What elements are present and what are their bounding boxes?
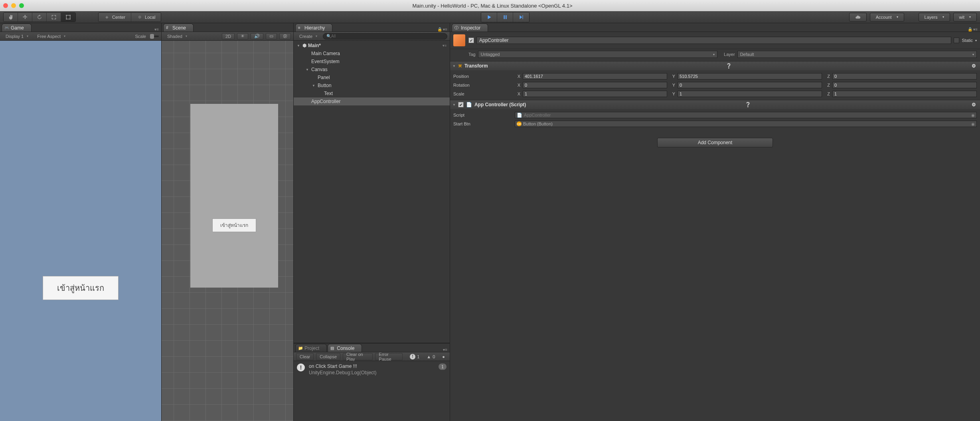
hierarchy-item[interactable]: EventSystem	[294, 58, 450, 66]
foldout-icon[interactable]: ▼	[312, 84, 316, 87]
error-count[interactable]: ●	[440, 354, 447, 359]
close-window-button[interactable]	[3, 3, 8, 8]
hierarchy-item[interactable]: Panel	[294, 73, 450, 81]
inspector-tab[interactable]: ⓘInspector	[452, 24, 488, 32]
layers-dropdown[interactable]: Layers▾	[919, 13, 950, 22]
scene-start-button[interactable]: เข้าสู่หน้าแรก	[212, 218, 256, 232]
startbtn-field[interactable]: OKButton (Button)◉	[515, 121, 977, 127]
minimize-window-button[interactable]	[11, 3, 16, 8]
rotation-x-field[interactable]: 0	[523, 82, 667, 88]
static-dropdown[interactable]: ▾	[975, 39, 977, 42]
rotation-y-field[interactable]: 0	[678, 82, 822, 88]
gameobject-enabled-checkbox[interactable]: ✔	[468, 38, 474, 43]
x-label: X	[515, 74, 520, 79]
object-picker-icon[interactable]: ◉	[971, 122, 975, 126]
position-x-field[interactable]: 401.1617	[523, 73, 667, 79]
cloud-button[interactable]	[849, 13, 867, 22]
toggle-2d[interactable]: 2D	[222, 33, 235, 40]
project-tab[interactable]: 📁Project	[295, 344, 327, 352]
scene-viewport[interactable]: เข้าสู่หน้าแรก	[162, 41, 293, 421]
create-dropdown[interactable]: Create	[296, 34, 320, 39]
inspector-tab-menu[interactable]: 🔒 ▾≡	[965, 27, 980, 32]
tag-dropdown[interactable]: Untagged▾	[478, 51, 717, 58]
toggle-audio[interactable]: 🔊	[251, 33, 263, 40]
hand-tool[interactable]	[4, 13, 18, 22]
toggle-fx[interactable]: ▭	[266, 33, 277, 40]
toggle-light[interactable]: ☀	[237, 33, 248, 40]
gameobject-name-field[interactable]: AppController	[476, 37, 951, 44]
space-toggle[interactable]: ⊕Local	[131, 13, 161, 22]
script-component-header[interactable]: ▼ ✔ 📄 App Controller (Script) ❔ ⚙	[450, 100, 980, 109]
object-picker-icon[interactable]: ◉	[971, 113, 975, 117]
game-tab[interactable]: 🎮Game	[2, 24, 32, 32]
scale-z-field[interactable]: 1	[832, 91, 977, 97]
scene-root-row[interactable]: ▼ ⬢ Main* ▾≡	[294, 42, 450, 50]
hierarchy-search[interactable]: 🔍All	[323, 33, 447, 40]
foldout-icon[interactable]: ▼	[297, 44, 301, 48]
shading-dropdown[interactable]: Shaded	[164, 34, 190, 39]
console-tab-menu[interactable]: ▾≡	[441, 348, 450, 352]
move-tool[interactable]	[18, 13, 32, 22]
step-button[interactable]	[513, 12, 529, 22]
scene-tab[interactable]: #Scene	[163, 24, 194, 32]
warn-count[interactable]: ▲0	[424, 354, 437, 359]
script-enabled-checkbox[interactable]: ✔	[458, 102, 464, 107]
play-button[interactable]	[481, 12, 497, 22]
gear-icon[interactable]: ⚙	[970, 102, 978, 107]
help-icon[interactable]: ❔	[724, 63, 733, 69]
foldout-icon[interactable]: ▼	[306, 68, 310, 71]
foldout-icon[interactable]: ▼	[452, 64, 456, 68]
game-viewport[interactable]: เข้าสู่หน้าแรก	[0, 41, 161, 421]
hierarchy-item[interactable]: Text	[294, 89, 450, 97]
maximize-window-button[interactable]	[19, 3, 24, 8]
hierarchy-tab-label: Hierarchy	[304, 25, 325, 31]
clear-button[interactable]: Clear	[296, 353, 314, 360]
scene-row-menu[interactable]: ▾≡	[443, 44, 450, 48]
help-icon[interactable]: ❔	[743, 102, 753, 107]
position-y-field[interactable]: 510.5725	[678, 73, 822, 79]
gear-icon[interactable]: ⚙	[970, 63, 978, 69]
clear-label: Clear	[300, 354, 310, 359]
aspect-dropdown[interactable]: Free Aspect	[34, 34, 132, 39]
static-checkbox[interactable]	[954, 38, 959, 43]
hierarchy-item[interactable]: AppController	[294, 97, 450, 105]
log-entry[interactable]: ! on Click Start Game !!! UnityEngine.De…	[294, 361, 450, 378]
layer-dropdown[interactable]: Default▾	[737, 51, 977, 58]
pivot-toggle[interactable]: ◈Center	[99, 13, 131, 22]
rotate-tool[interactable]	[32, 13, 47, 22]
game-tab-menu[interactable]: ▾≡	[152, 27, 161, 32]
layout-dropdown[interactable]: wit▾	[953, 13, 977, 22]
account-label: Account	[876, 15, 892, 20]
scale-tool[interactable]	[47, 13, 61, 22]
hierarchy-item-label: Button	[318, 83, 332, 88]
scale-y-field[interactable]: 1	[678, 91, 822, 97]
hierarchy-item[interactable]: ▼Canvas	[294, 66, 450, 73]
add-component-button[interactable]: Add Component	[657, 138, 773, 147]
error-pause-toggle[interactable]: Error Pause	[375, 353, 403, 360]
clear-on-play-toggle[interactable]: Clear on Play	[343, 353, 373, 360]
gizmos-dropdown[interactable]: ⦿	[279, 33, 291, 40]
position-z-field[interactable]: 0	[832, 73, 977, 79]
scale-slider[interactable]	[151, 36, 159, 37]
scale-x-field[interactable]: 1	[523, 91, 667, 97]
collapse-toggle[interactable]: Collapse	[316, 353, 340, 360]
transform-header[interactable]: ▼ ⤧ Transform ❔ ⚙	[450, 62, 980, 70]
foldout-icon[interactable]: ▼	[452, 103, 456, 107]
script-component-title: App Controller (Script)	[474, 102, 526, 107]
info-count[interactable]: !1	[407, 354, 422, 359]
hierarchy-item[interactable]: ▼Button	[294, 81, 450, 89]
game-icon: 🎮	[4, 26, 9, 30]
pause-button[interactable]	[497, 12, 513, 22]
rotation-z-field[interactable]: 0	[832, 82, 977, 88]
game-start-button[interactable]: เข้าสู่หน้าแรก	[43, 276, 119, 300]
account-dropdown[interactable]: Account▾	[870, 13, 904, 22]
rect-tool[interactable]	[61, 13, 75, 22]
hierarchy-tab-menu[interactable]: 🔒 ▾≡	[435, 27, 450, 32]
hierarchy-item[interactable]: Main Camera	[294, 50, 450, 58]
hierarchy-tab[interactable]: ≡Hierarchy	[295, 24, 332, 32]
display-dropdown[interactable]: Display 1	[2, 34, 32, 39]
log-message: on Click Start Game !!!	[309, 363, 376, 370]
game-panel: 🎮Game ▾≡ Display 1 Free Aspect Scale เข้…	[0, 23, 161, 421]
console-tab[interactable]: ▤Console	[328, 344, 362, 352]
canvas-outline[interactable]: เข้าสู่หน้าแรก	[190, 104, 278, 288]
